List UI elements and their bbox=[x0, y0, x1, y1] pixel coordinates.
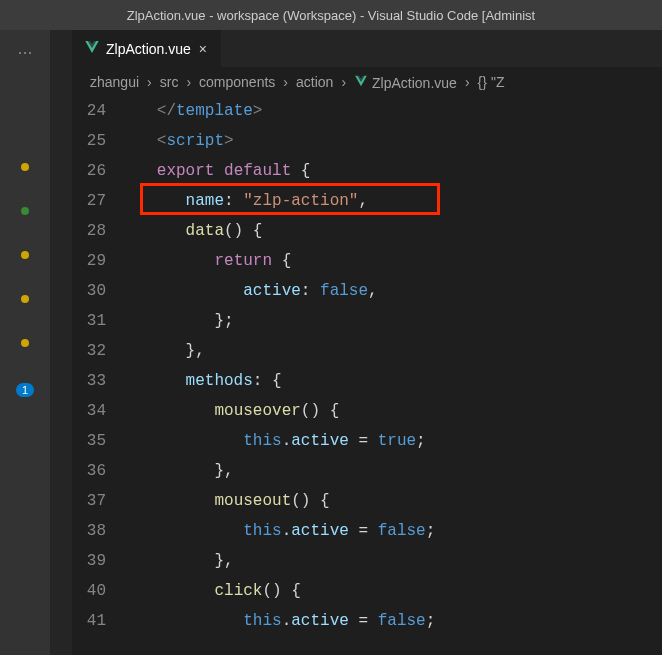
code-line[interactable]: data() { bbox=[128, 216, 662, 246]
code-line[interactable]: }, bbox=[128, 456, 662, 486]
status-dot[interactable] bbox=[21, 251, 29, 259]
code-line[interactable]: <script> bbox=[128, 126, 662, 156]
breadcrumb-item[interactable]: components bbox=[199, 74, 275, 90]
breadcrumb-label: ZlpAction.vue bbox=[372, 75, 457, 91]
code-line[interactable]: name: "zlp-action", bbox=[128, 186, 662, 216]
code-line[interactable]: export default { bbox=[128, 156, 662, 186]
line-number: 40 bbox=[72, 576, 106, 606]
code-line[interactable]: mouseover() { bbox=[128, 396, 662, 426]
vue-icon bbox=[354, 75, 368, 91]
chevron-right-icon: › bbox=[277, 74, 294, 90]
line-number: 41 bbox=[72, 606, 106, 636]
chevron-right-icon: › bbox=[459, 74, 476, 90]
line-number: 33 bbox=[72, 366, 106, 396]
code-line[interactable]: </template> bbox=[128, 96, 662, 126]
code-area[interactable]: 242526272829303132333435363738394041 </t… bbox=[72, 96, 662, 655]
status-dot[interactable] bbox=[21, 207, 29, 215]
activity-badge[interactable]: 1 bbox=[16, 383, 34, 397]
chevron-right-icon: › bbox=[335, 74, 352, 90]
vue-icon bbox=[84, 39, 100, 58]
more-icon[interactable]: ··· bbox=[17, 42, 32, 63]
line-number: 30 bbox=[72, 276, 106, 306]
breadcrumb-item[interactable]: ZlpAction.vue bbox=[354, 74, 457, 91]
code-line[interactable]: return { bbox=[128, 246, 662, 276]
chevron-right-icon: › bbox=[141, 74, 158, 90]
breadcrumb-label: action bbox=[296, 74, 333, 90]
breadcrumb-label: src bbox=[160, 74, 179, 90]
code-line[interactable]: }, bbox=[128, 336, 662, 366]
line-number: 38 bbox=[72, 516, 106, 546]
titlebar-text: ZlpAction.vue - workspace (Workspace) - … bbox=[127, 8, 535, 23]
chevron-right-icon: › bbox=[180, 74, 197, 90]
tab-zlpaction[interactable]: ZlpAction.vue × bbox=[72, 30, 222, 67]
brace-icon: {} bbox=[478, 74, 487, 90]
line-number: 31 bbox=[72, 306, 106, 336]
line-number: 26 bbox=[72, 156, 106, 186]
titlebar: ZlpAction.vue - workspace (Workspace) - … bbox=[0, 0, 662, 30]
line-number: 37 bbox=[72, 486, 106, 516]
line-number: 35 bbox=[72, 426, 106, 456]
breadcrumb-label: "Z bbox=[491, 74, 505, 90]
line-number: 39 bbox=[72, 546, 106, 576]
close-icon[interactable]: × bbox=[197, 41, 209, 57]
code-line[interactable]: this.active = false; bbox=[128, 516, 662, 546]
line-number: 24 bbox=[72, 96, 106, 126]
line-number: 28 bbox=[72, 216, 106, 246]
breadcrumb-label: zhangui bbox=[90, 74, 139, 90]
status-dot[interactable] bbox=[21, 163, 29, 171]
status-dot[interactable] bbox=[21, 295, 29, 303]
line-number: 29 bbox=[72, 246, 106, 276]
breadcrumb-item[interactable]: {}"Z bbox=[478, 74, 505, 90]
code-line[interactable]: }, bbox=[128, 546, 662, 576]
activity-bar: ··· 1 bbox=[0, 30, 50, 655]
line-number: 27 bbox=[72, 186, 106, 216]
breadcrumbs[interactable]: zhangui›src›components›action›ZlpAction.… bbox=[72, 68, 662, 96]
breadcrumb-item[interactable]: action bbox=[296, 74, 333, 90]
sidebar-divider bbox=[50, 30, 72, 655]
breadcrumb-label: components bbox=[199, 74, 275, 90]
line-gutter: 242526272829303132333435363738394041 bbox=[72, 96, 128, 655]
line-number: 36 bbox=[72, 456, 106, 486]
code-line[interactable]: methods: { bbox=[128, 366, 662, 396]
code-line[interactable]: active: false, bbox=[128, 276, 662, 306]
code-content[interactable]: </template> <script> export default { na… bbox=[128, 96, 662, 655]
code-line[interactable]: click() { bbox=[128, 576, 662, 606]
code-line[interactable]: this.active = false; bbox=[128, 606, 662, 636]
code-line[interactable]: }; bbox=[128, 306, 662, 336]
tab-bar: ZlpAction.vue × bbox=[72, 30, 662, 68]
status-dot[interactable] bbox=[21, 339, 29, 347]
line-number: 25 bbox=[72, 126, 106, 156]
tab-label: ZlpAction.vue bbox=[106, 41, 191, 57]
code-line[interactable]: mouseout() { bbox=[128, 486, 662, 516]
breadcrumb-item[interactable]: zhangui bbox=[90, 74, 139, 90]
breadcrumb-item[interactable]: src bbox=[160, 74, 179, 90]
code-line[interactable]: this.active = true; bbox=[128, 426, 662, 456]
line-number: 34 bbox=[72, 396, 106, 426]
line-number: 32 bbox=[72, 336, 106, 366]
